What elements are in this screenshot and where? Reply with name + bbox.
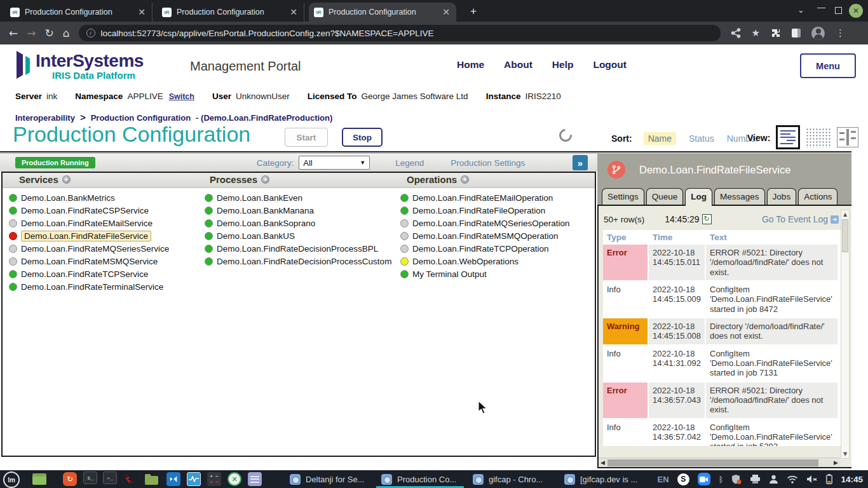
config-item[interactable]: Demo.Loan.FindRateMSMQService [9,255,169,268]
config-item-name[interactable]: Demo.Loan.FindRateMSMQService [21,257,158,266]
config-item[interactable]: Demo.Loan.FindRateMSMQOperation [400,229,570,242]
taskbar-window-button[interactable]: Production Co... [376,470,464,488]
scroll-down-icon[interactable]: ▼ [841,451,849,457]
add-item-icon[interactable]: + [62,175,71,184]
config-item[interactable]: Demo.Loan.BankMetrics [9,191,169,204]
log-row[interactable]: Error2022-10-18 14:36:57.043ERROR #5021:… [603,383,841,419]
side-panel-icon[interactable] [792,29,801,37]
site-info-icon[interactable]: i [86,29,95,37]
config-item-name[interactable]: Demo.Loan.BankEven [217,193,302,203]
config-item-name[interactable]: Demo.Loan.FindRateCSPService [21,206,149,215]
log-header-text[interactable]: Text [706,230,839,245]
config-item-name[interactable]: Demo.Loan.FindRateTCPOperation [412,244,549,254]
config-item-name[interactable]: Demo.Loan.BankUS [217,231,295,241]
panel-tab-actions[interactable]: Actions [798,188,837,205]
view-split-icon[interactable] [837,127,858,147]
log-row[interactable]: Error2022-10-18 14:45:15.011ERROR #5021:… [603,245,841,281]
production-settings-link[interactable]: Production Settings [451,158,525,168]
browser-tab[interactable]: IRProduction Configuration✕ [157,3,304,22]
window-close-icon[interactable]: ✕ [849,4,863,18]
config-item-name[interactable]: Demo.Loan.FindRateDecisionProcessBPL [217,244,378,254]
taskbar-window-button[interactable]: [gifcap.dev is ... [559,470,647,488]
mint-menu-icon[interactable]: lm [3,471,20,488]
sort-option-status[interactable]: Status [689,133,714,144]
terminal-icon[interactable]: $_ [83,471,97,484]
config-item-name[interactable]: Demo.Loan.FindRateMSMQOperation [412,231,559,241]
config-item[interactable]: Demo.Loan.FindRateCSPService [9,204,169,217]
url-bar[interactable]: i localhost:52773/csp/applive/EnsPortal.… [79,25,721,41]
menu-kebab-icon[interactable]: ⋮ [836,27,845,39]
skype-icon[interactable]: S [677,473,689,485]
view-grid-icon[interactable] [806,128,831,148]
config-item[interactable]: Demo.Loan.WebOperations [400,255,570,268]
config-item-name[interactable]: Demo.Loan.BankSoprano [217,219,315,228]
profile-avatar-icon[interactable] [811,27,825,40]
config-item[interactable]: Demo.Loan.BankManana [205,204,391,217]
config-item[interactable]: Demo.Loan.FindRateTerminalService [9,280,169,293]
config-item[interactable]: Demo.Loan.FindRateDecisionProcessCustom [205,255,391,268]
panel-tab-messages[interactable]: Messages [714,188,765,205]
restore-icon[interactable] [835,7,842,14]
terminal2-icon[interactable]: >_ [103,471,117,484]
bookmark-star-icon[interactable]: ★ [752,27,760,39]
user-session-icon[interactable] [769,475,778,484]
monitor-app-icon[interactable] [186,471,201,487]
config-item-name[interactable]: Demo.Loan.FindRateDecisionProcessCustom [217,257,391,266]
orange-app-icon[interactable]: ↻ [62,471,78,487]
extensions-puzzle-icon[interactable] [771,28,781,38]
panel-tab-settings[interactable]: Settings [602,188,644,205]
start-button[interactable]: Start [285,128,328,147]
config-item[interactable]: Demo.Loan.FindRateEMailOperation [400,191,570,204]
config-item[interactable]: My Terminal Output [400,268,570,280]
config-item-name[interactable]: Demo.Loan.BankManana [217,206,314,215]
bluetooth-icon[interactable]: ᛒ [719,475,724,484]
config-item[interactable]: Demo.Loan.FindRateDecisionProcessBPL [205,242,391,255]
horizontal-scroll-thumb[interactable] [607,459,818,466]
panel-tab-queue[interactable]: Queue [646,188,684,205]
red-app-icon[interactable] [123,471,138,487]
breadcrumb-root[interactable]: Interoperability [15,113,75,123]
config-item-name[interactable]: My Terminal Output [412,269,487,279]
nav-link-about[interactable]: About [504,59,532,71]
folder-app-icon[interactable] [144,471,159,487]
config-item-name[interactable]: Demo.Loan.FindRateFileService [21,231,151,241]
browser-tab[interactable]: IRProduction Configuration✕ [309,3,456,22]
shield-icon[interactable] [731,474,742,485]
battery-icon[interactable] [826,474,832,484]
log-vertical-scrollbar[interactable]: ▲ ▼ [841,210,850,459]
nav-link-logout[interactable]: Logout [593,59,627,71]
add-item-icon[interactable]: + [461,175,469,184]
log-header-type[interactable]: Type [603,230,649,245]
zoom-icon[interactable] [698,473,710,485]
config-item[interactable]: Demo.Loan.BankSoprano [205,217,391,229]
log-row[interactable]: Info2022-10-18 14:36:57.042ConfigItem 'D… [603,419,841,446]
taskbar-window-button[interactable]: gifcap - Chro... [468,470,555,488]
tab-close-icon[interactable]: ✕ [288,7,299,17]
category-select[interactable]: All ▼ [299,156,370,170]
sort-option-name[interactable]: Name [644,132,676,145]
add-item-icon[interactable]: + [261,175,269,184]
switch-namespace-link[interactable]: Switch [169,92,194,101]
panel-tab-log[interactable]: Log [685,188,712,206]
config-item-name[interactable]: Demo.Loan.FindRateTCPService [21,269,148,279]
menu-button[interactable]: Menu [800,53,856,78]
nav-link-home[interactable]: Home [457,59,484,71]
config-item[interactable]: Demo.Loan.FindRateFileService [9,229,169,242]
taskbar-window-button[interactable]: Deltanji for Se... [285,470,372,488]
nav-link-help[interactable]: Help [552,59,574,71]
x-circle-app-icon[interactable]: ✕ [227,471,242,487]
panel-tab-jobs[interactable]: Jobs [767,188,797,205]
reload-icon[interactable]: ↻ [45,27,54,39]
config-item[interactable]: Demo.Loan.BankEven [205,191,391,204]
expand-panel-button[interactable]: » [573,155,588,170]
log-header-time[interactable]: Time [649,230,706,245]
tab-close-icon[interactable]: ✕ [137,7,147,17]
tab-search-chevron-icon[interactable]: ⌄ [797,5,804,15]
config-item-name[interactable]: Demo.Loan.BankMetrics [21,193,115,203]
stop-button[interactable]: Stop [342,128,383,147]
refresh-spinner-icon[interactable] [557,126,574,144]
minimize-icon[interactable]: — [817,3,825,12]
breadcrumb-page[interactable]: Production Configuration [91,113,191,123]
config-item[interactable]: Demo.Loan.FindRateEMailService [9,217,169,229]
config-item-name[interactable]: Demo.Loan.FindRateMQSeriesOperation [412,219,570,228]
